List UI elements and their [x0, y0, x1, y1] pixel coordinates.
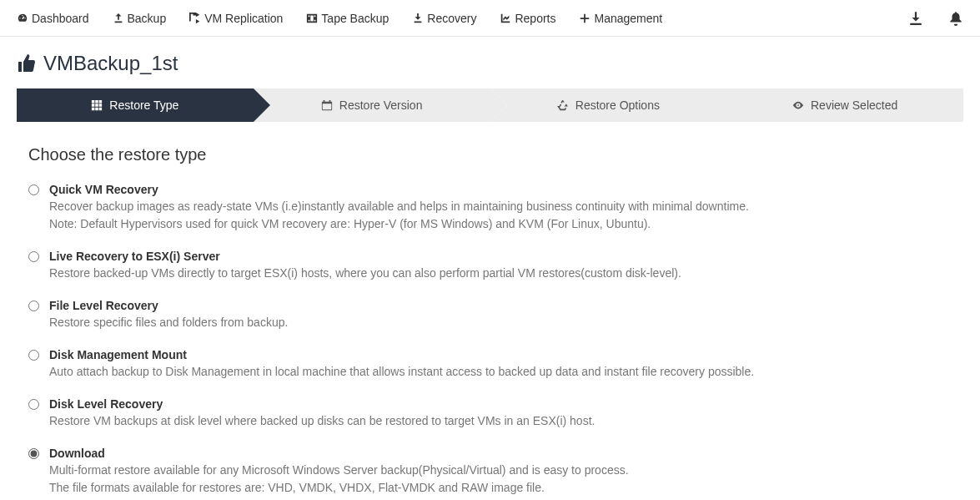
option-desc: Restore backed-up VMs directly to target…	[49, 265, 963, 282]
nav-left: Dashboard Backup VM Replication Tape Bac…	[17, 12, 908, 25]
option-download: Download Multi-format restore available …	[28, 447, 963, 497]
nav-tape-backup[interactable]: Tape Backup	[306, 12, 389, 25]
page-title-text: VMBackup_1st	[43, 52, 178, 75]
nav-label: Dashboard	[32, 12, 89, 25]
step-label: Restore Type	[109, 98, 178, 112]
download-icon	[412, 13, 424, 24]
radio-download[interactable]	[28, 448, 39, 459]
option-quick-vm-recovery: Quick VM Recovery Recover backup images …	[28, 183, 963, 233]
share-icon	[189, 13, 201, 24]
recycle-icon	[557, 99, 569, 111]
nav-right	[908, 11, 963, 26]
nav-recovery[interactable]: Recovery	[412, 12, 476, 25]
step-review-selected[interactable]: Review Selected	[726, 88, 963, 122]
nav-label: Reports	[515, 12, 555, 25]
chart-icon	[500, 13, 511, 24]
option-file-level-recovery: File Level Recovery Restore specific fil…	[28, 299, 963, 331]
grid-icon	[91, 99, 103, 111]
plus-icon	[579, 13, 591, 24]
nav-label: Backup	[128, 12, 167, 25]
page-title: VMBackup_1st	[17, 52, 963, 75]
step-restore-options[interactable]: Restore Options	[490, 88, 727, 122]
step-label: Review Selected	[811, 98, 897, 112]
step-restore-version[interactable]: Restore Version	[254, 88, 490, 122]
radio-quick-vm-recovery[interactable]	[28, 184, 39, 195]
option-title: Download	[49, 447, 963, 460]
option-desc: Multi-format restore available for any M…	[49, 462, 963, 497]
film-icon	[306, 13, 318, 24]
step-restore-type[interactable]: Restore Type	[17, 88, 254, 122]
top-nav: Dashboard Backup VM Replication Tape Bac…	[0, 0, 980, 37]
option-title: Disk Level Recovery	[49, 397, 963, 411]
nav-management[interactable]: Management	[579, 12, 662, 25]
option-desc: Restore specific files and folders from …	[49, 314, 963, 331]
restore-type-options: Quick VM Recovery Recover backup images …	[28, 183, 963, 497]
radio-file-level-recovery[interactable]	[28, 301, 39, 311]
nav-label: Tape Backup	[321, 12, 389, 25]
wizard-steps: Restore Type Restore Version Restore Opt…	[17, 88, 963, 122]
nav-vm-replication[interactable]: VM Replication	[189, 12, 283, 25]
option-title: Quick VM Recovery	[49, 183, 963, 196]
nav-reports[interactable]: Reports	[500, 12, 555, 25]
option-title: File Level Recovery	[49, 299, 963, 312]
option-title: Live Recovery to ESX(i) Server	[49, 250, 963, 263]
upload-icon	[113, 13, 124, 24]
section-heading: Choose the restore type	[28, 145, 963, 164]
download-file-icon[interactable]	[908, 11, 923, 26]
radio-disk-level-recovery[interactable]	[28, 399, 39, 410]
calendar-icon	[321, 99, 333, 111]
option-disk-level-recovery: Disk Level Recovery Restore VM backups a…	[28, 397, 963, 430]
nav-label: VM Replication	[204, 12, 283, 25]
option-desc: Auto attach backup to Disk Management in…	[49, 363, 963, 381]
option-disk-management-mount: Disk Management Mount Auto attach backup…	[28, 348, 963, 381]
eye-icon	[792, 99, 804, 111]
option-title: Disk Management Mount	[49, 348, 963, 361]
page-body: VMBackup_1st Restore Type Restore Versio…	[0, 37, 980, 500]
nav-backup[interactable]: Backup	[113, 12, 167, 25]
step-label: Restore Options	[575, 98, 660, 112]
option-live-recovery-esx: Live Recovery to ESX(i) Server Restore b…	[28, 250, 963, 282]
bell-icon[interactable]	[948, 11, 963, 26]
step-label: Restore Version	[339, 98, 423, 112]
option-desc: Restore VM backups at disk level where b…	[49, 412, 963, 430]
thumbs-up-icon	[17, 53, 37, 73]
nav-label: Management	[594, 12, 662, 25]
nav-label: Recovery	[427, 12, 476, 25]
radio-live-recovery-esx[interactable]	[28, 251, 39, 262]
dashboard-icon	[17, 13, 28, 24]
option-desc: Recover backup images as ready-state VMs…	[49, 198, 963, 233]
nav-dashboard[interactable]: Dashboard	[17, 12, 89, 25]
radio-disk-management-mount[interactable]	[28, 350, 39, 361]
